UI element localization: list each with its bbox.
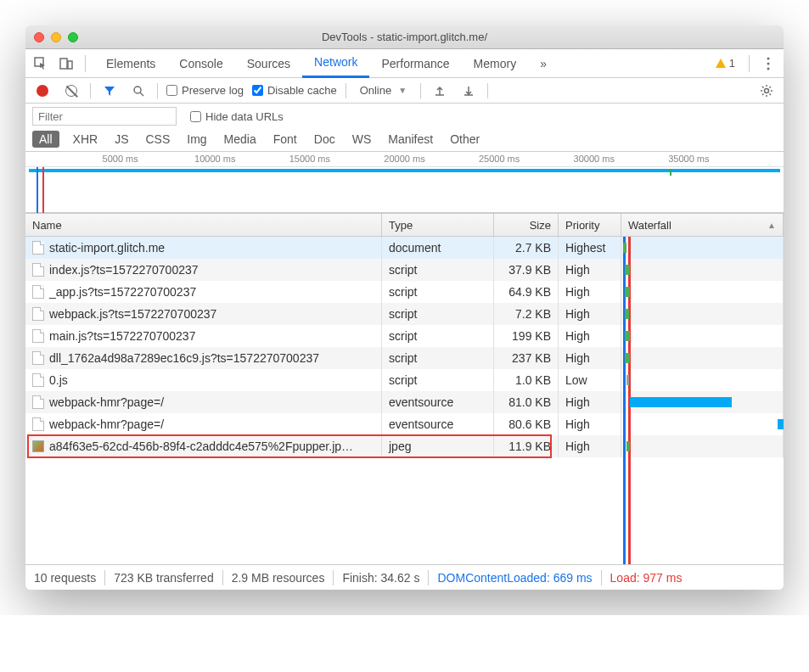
tab-overflow[interactable]: » xyxy=(528,49,559,78)
disable-cache-input[interactable] xyxy=(252,85,263,96)
table-row[interactable]: webpack-hmr?page=/ eventsource 81.0 KB H… xyxy=(25,391,784,413)
file-icon xyxy=(32,351,44,365)
sort-indicator-icon: ▲ xyxy=(767,221,776,230)
svg-point-3 xyxy=(767,57,770,59)
filter-type-doc[interactable]: Doc xyxy=(311,131,339,148)
close-button[interactable] xyxy=(34,32,44,42)
status-transferred: 723 KB transferred xyxy=(114,571,214,585)
filter-input[interactable] xyxy=(32,107,177,126)
file-icon xyxy=(32,395,44,409)
upload-har-icon[interactable] xyxy=(430,81,450,101)
download-har-icon[interactable] xyxy=(458,81,479,101)
filter-type-other[interactable]: Other xyxy=(447,131,483,148)
tab-network[interactable]: Network xyxy=(302,49,369,78)
preserve-log-checkbox[interactable]: Preserve log xyxy=(166,84,244,97)
maximize-button[interactable] xyxy=(68,32,78,42)
cell-type: script xyxy=(382,259,494,281)
timeline-dom-marker xyxy=(37,167,38,213)
clear-icon xyxy=(65,85,77,97)
divider xyxy=(222,570,223,585)
table-row[interactable]: main.js?ts=1572270700237 script 199 KB H… xyxy=(25,325,784,347)
filter-type-font[interactable]: Font xyxy=(270,131,301,148)
col-waterfall[interactable]: Waterfall▲ xyxy=(621,214,784,236)
cell-name-text: webpack-hmr?page=/ xyxy=(49,395,164,409)
file-icon xyxy=(32,329,44,343)
status-resources: 2.9 MB resources xyxy=(232,571,325,585)
filter-type-media[interactable]: Media xyxy=(221,131,260,148)
traffic-lights xyxy=(25,32,78,42)
filter-type-css[interactable]: CSS xyxy=(142,131,173,148)
waterfall-bar xyxy=(630,397,732,407)
cell-type: document xyxy=(382,237,494,259)
table-row[interactable]: webpack.js?ts=1572270700237 script 7.2 K… xyxy=(25,303,784,325)
status-finish: Finish: 34.62 s xyxy=(342,571,419,585)
table-row[interactable]: webpack-hmr?page=/ eventsource 80.6 KB H… xyxy=(25,413,784,435)
table-header: Name Type Size Priority Waterfall▲ xyxy=(25,213,784,237)
timeline-overview[interactable]: 5000 ms 10000 ms 15000 ms 20000 ms 25000… xyxy=(25,152,784,213)
filter-type-img[interactable]: Img xyxy=(183,131,210,148)
clear-button[interactable] xyxy=(61,81,81,101)
table-row[interactable]: a84f63e5-62cd-456b-89f4-c2adddc4e575%2Fp… xyxy=(25,435,784,457)
filter-type-all[interactable]: All xyxy=(32,131,59,148)
warning-badge[interactable]: 1 xyxy=(711,57,740,70)
table-row[interactable]: 0.js script 1.0 KB Low xyxy=(25,369,784,391)
record-button[interactable] xyxy=(32,81,53,101)
divider xyxy=(85,55,86,72)
filter-type-manifest[interactable]: Manifest xyxy=(385,131,436,148)
filter-toggle-icon[interactable] xyxy=(99,81,120,101)
tab-sources[interactable]: Sources xyxy=(235,49,302,78)
cell-size: 1.0 KB xyxy=(494,369,559,391)
cell-type: script xyxy=(382,347,494,369)
hide-data-urls-input[interactable] xyxy=(190,111,201,122)
cell-name-text: index.js?ts=1572270700237 xyxy=(49,263,199,277)
settings-icon[interactable] xyxy=(756,81,777,101)
tab-console[interactable]: Console xyxy=(167,49,234,78)
table-row[interactable]: dll_1762a4d98a7289ec16c9.js?ts=157227070… xyxy=(25,347,784,369)
cell-size: 7.2 KB xyxy=(494,303,559,325)
preserve-log-input[interactable] xyxy=(166,85,177,96)
cell-priority: High xyxy=(559,281,621,303)
cell-priority: Highest xyxy=(559,237,621,259)
svg-rect-2 xyxy=(68,61,72,69)
table-row[interactable]: index.js?ts=1572270700237 script 37.9 KB… xyxy=(25,259,784,281)
main-tabs: Elements Console Sources Network Perform… xyxy=(94,49,705,78)
col-type[interactable]: Type xyxy=(382,214,494,236)
tab-memory[interactable]: Memory xyxy=(462,49,529,78)
table-row[interactable]: static-import.glitch.me document 2.7 KB … xyxy=(25,237,784,259)
timeline-load-marker xyxy=(42,167,44,213)
tick-label: 5000 ms xyxy=(103,154,138,164)
minimize-button[interactable] xyxy=(51,32,61,42)
cell-name-text: a84f63e5-62cd-456b-89f4-c2adddc4e575%2Fp… xyxy=(49,440,353,453)
throttling-select[interactable]: Online ▼ xyxy=(355,84,412,97)
cell-type: script xyxy=(382,369,494,391)
kebab-menu-icon[interactable] xyxy=(758,53,778,74)
filter-type-ws[interactable]: WS xyxy=(349,131,375,148)
cell-type: script xyxy=(382,303,494,325)
cell-waterfall xyxy=(621,435,784,457)
divider xyxy=(601,570,602,585)
col-size[interactable]: Size xyxy=(494,214,559,236)
divider xyxy=(157,83,158,98)
filter-type-js[interactable]: JS xyxy=(111,131,132,148)
tab-performance[interactable]: Performance xyxy=(369,49,461,78)
tick-label: 30000 ms xyxy=(574,154,615,164)
table-body: static-import.glitch.me document 2.7 KB … xyxy=(25,237,784,564)
divider xyxy=(428,570,429,585)
cell-size: 11.9 KB xyxy=(494,435,559,457)
inspect-element-icon[interactable] xyxy=(31,53,51,74)
col-priority[interactable]: Priority xyxy=(559,214,621,236)
timeline-body xyxy=(25,167,784,213)
search-icon[interactable] xyxy=(128,81,149,101)
window-title: DevTools - static-import.glitch.me/ xyxy=(25,31,784,43)
disable-cache-checkbox[interactable]: Disable cache xyxy=(252,84,337,97)
tab-elements[interactable]: Elements xyxy=(94,49,167,78)
table-row[interactable]: _app.js?ts=1572270700237 script 64.9 KB … xyxy=(25,281,784,303)
file-icon xyxy=(32,417,44,431)
hide-data-urls-checkbox[interactable]: Hide data URLs xyxy=(190,110,284,123)
filter-type-xhr[interactable]: XHR xyxy=(70,131,102,148)
status-bar: 10 requests 723 KB transferred 2.9 MB re… xyxy=(25,564,784,590)
tick-label: 25000 ms xyxy=(479,154,520,164)
svg-point-4 xyxy=(767,62,770,64)
device-toolbar-icon[interactable] xyxy=(56,53,76,74)
col-name[interactable]: Name xyxy=(25,214,382,236)
